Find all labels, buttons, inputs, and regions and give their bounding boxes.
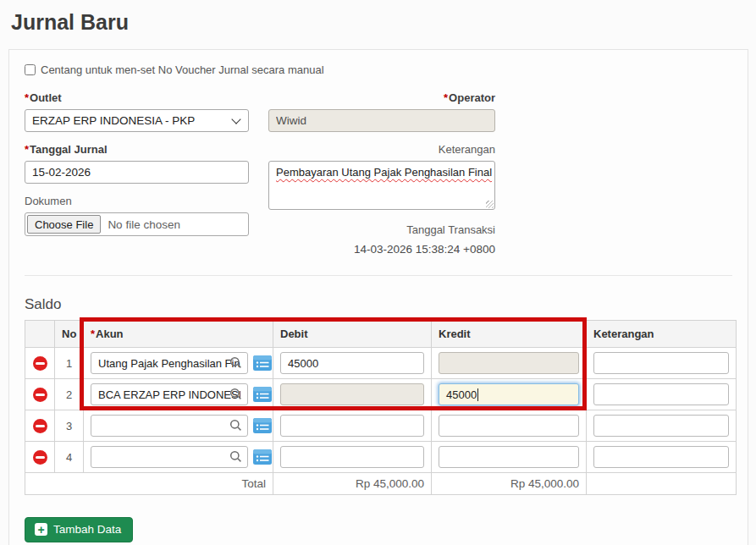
manual-voucher-row: Centang untuk men-set No Voucher Jurnal …	[25, 63, 732, 76]
outlet-selected-value: ERZAP ERP INDONESIA - PKP	[32, 114, 228, 127]
table-total-row: Total Rp 45,000.00 Rp 45,000.00	[25, 473, 737, 495]
remove-row-icon[interactable]	[33, 450, 47, 465]
dokumen-label: Dokumen	[25, 195, 249, 207]
total-keterangan	[587, 473, 737, 495]
saldo-table: No *Akun Debit Kredit Keterangan 1	[25, 320, 737, 495]
manual-voucher-checkbox[interactable]	[25, 64, 36, 75]
total-label: Total	[25, 473, 273, 495]
tambah-data-button[interactable]: + Tambah Data	[25, 517, 133, 542]
debit-input	[280, 383, 424, 405]
row-number: 3	[55, 410, 84, 442]
remove-row-icon[interactable]	[33, 419, 47, 433]
keterangan-input[interactable]	[593, 415, 729, 437]
akun-input[interactable]	[91, 446, 248, 468]
journal-form-panel: Centang untuk men-set No Voucher Jurnal …	[8, 49, 748, 545]
row-number: 2	[55, 379, 84, 410]
keterangan-input[interactable]	[593, 446, 729, 468]
remove-row-icon[interactable]	[33, 356, 47, 371]
debit-input[interactable]	[280, 446, 424, 468]
table-row: 1	[25, 348, 737, 379]
akun-input[interactable]	[91, 352, 248, 374]
total-debit: Rp 45,000.00	[273, 473, 432, 495]
outlet-select[interactable]: ERZAP ERP INDONESIA - PKP	[25, 109, 249, 132]
account-list-icon[interactable]	[252, 355, 273, 372]
table-row: 3	[25, 410, 737, 442]
file-status-text: No file chosen	[108, 218, 180, 231]
delete-column-header	[25, 321, 55, 348]
kredit-value: 45000	[446, 388, 477, 401]
remove-row-icon[interactable]	[33, 388, 47, 402]
outlet-label: *Outlet	[25, 91, 249, 104]
kredit-input[interactable]	[439, 415, 579, 437]
choose-file-button[interactable]: Choose File	[27, 215, 101, 234]
total-kredit: Rp 45,000.00	[432, 473, 587, 495]
search-icon[interactable]	[229, 356, 242, 369]
keterangan-label: Keterangan	[268, 143, 495, 156]
search-icon[interactable]	[229, 450, 242, 463]
search-icon[interactable]	[229, 388, 242, 400]
akun-column-header: *Akun	[84, 321, 273, 348]
keterangan-text: Pembayaran Utang Pajak Penghasilan Final	[276, 166, 492, 179]
account-list-icon[interactable]	[252, 449, 273, 466]
tambah-data-label: Tambah Data	[53, 523, 121, 536]
tanggal-transaksi-value: 14-03-2026 15:38:24 +0800	[268, 243, 495, 256]
table-row: 2 45000	[25, 379, 737, 410]
tanggal-jurnal-input[interactable]	[25, 161, 249, 184]
row-number: 1	[55, 348, 84, 379]
chevron-down-icon	[231, 114, 240, 124]
account-list-icon[interactable]	[252, 417, 273, 435]
tanggal-jurnal-label: *Tanggal Jurnal	[25, 143, 249, 156]
operator-input	[268, 109, 495, 132]
no-column-header: No	[55, 321, 84, 348]
text-caret	[477, 388, 478, 401]
account-list-icon[interactable]	[252, 386, 273, 404]
debit-input[interactable]	[280, 415, 424, 437]
keterangan-column-header: Keterangan	[587, 321, 737, 348]
table-row: 4	[25, 442, 737, 473]
manual-voucher-label: Centang untuk men-set No Voucher Jurnal …	[41, 63, 324, 76]
outlet-required-mark: *	[25, 91, 29, 104]
akun-input[interactable]	[91, 415, 248, 437]
keterangan-input[interactable]	[593, 352, 729, 374]
operator-label: *Operator	[268, 91, 495, 104]
keterangan-textarea[interactable]: Pembayaran Utang Pajak Penghasilan Final	[268, 161, 495, 210]
page-title: Jurnal Baru	[11, 10, 129, 35]
kredit-input[interactable]	[439, 446, 579, 468]
debit-column-header: Debit	[273, 321, 432, 348]
search-icon[interactable]	[229, 419, 242, 432]
kredit-column-header: Kredit	[432, 321, 587, 348]
keterangan-input[interactable]	[593, 383, 729, 405]
akun-input[interactable]	[91, 383, 248, 405]
kredit-input[interactable]: 45000	[439, 383, 579, 405]
row-number: 4	[55, 442, 84, 473]
dokumen-file-input[interactable]: Choose File No file chosen	[25, 212, 249, 236]
debit-input[interactable]	[280, 352, 424, 374]
plus-icon: +	[35, 523, 47, 536]
saldo-heading: Saldo	[25, 296, 732, 313]
kredit-input	[439, 352, 579, 374]
resize-grip-icon[interactable]	[486, 201, 494, 208]
section-divider	[25, 275, 732, 276]
table-header-row: No *Akun Debit Kredit Keterangan	[25, 321, 737, 348]
tanggal-transaksi-label: Tanggal Transaksi	[268, 223, 495, 236]
